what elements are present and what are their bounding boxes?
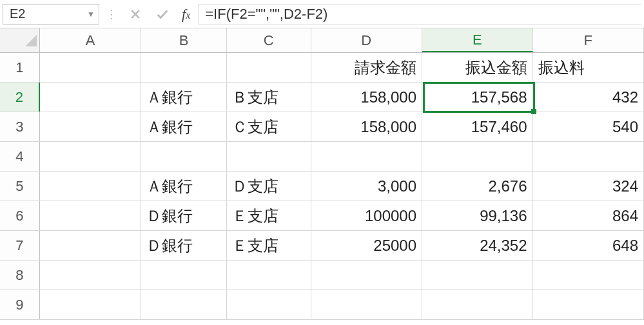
cell-b6[interactable]: Ｄ銀行: [141, 201, 227, 230]
cell-f9[interactable]: [533, 290, 644, 319]
cell-a9[interactable]: [40, 290, 142, 319]
row-7: 7 Ｄ銀行 Ｅ支店 25000 24,352 648: [0, 231, 644, 261]
col-header-a[interactable]: A: [40, 28, 142, 52]
cell-b8[interactable]: [141, 261, 227, 290]
row-header-1[interactable]: 1: [0, 53, 40, 82]
fx-icon[interactable]: fx: [178, 6, 194, 23]
row-9: 9: [0, 290, 644, 320]
cell-e4[interactable]: [422, 142, 532, 171]
formula-input[interactable]: =IF(F2="","",D2-F2): [198, 4, 641, 25]
cell-e9[interactable]: [422, 290, 532, 319]
cell-b9[interactable]: [141, 290, 227, 319]
row-1: 1 請求金額 振込金額 振込料: [0, 53, 644, 83]
cell-e5[interactable]: 2,676: [422, 172, 532, 201]
cell-d6[interactable]: 100000: [311, 201, 422, 230]
cell-f5[interactable]: 324: [533, 172, 644, 201]
cell-d2[interactable]: 158,000: [311, 83, 422, 112]
row-header-3[interactable]: 3: [0, 112, 40, 141]
separator-icon: ⋮: [103, 7, 120, 21]
name-box-value: E2: [10, 6, 25, 21]
cell-a6[interactable]: [40, 201, 142, 230]
cell-d7[interactable]: 25000: [311, 231, 422, 260]
cell-a5[interactable]: [40, 172, 142, 201]
cell-b1[interactable]: [141, 53, 227, 82]
cell-e6[interactable]: 99,136: [422, 201, 532, 230]
cell-d4[interactable]: [311, 142, 422, 171]
row-header-8[interactable]: 8: [0, 261, 40, 290]
svg-marker-0: [25, 35, 37, 46]
cell-f8[interactable]: [533, 261, 644, 290]
cell-f7[interactable]: 648: [533, 231, 644, 260]
row-2: 2 Ａ銀行 Ｂ支店 158,000 157,568 432: [0, 83, 644, 112]
check-icon: [155, 7, 170, 21]
row-5: 5 Ａ銀行 Ｄ支店 3,000 2,676 324: [0, 172, 644, 201]
col-header-b[interactable]: B: [141, 28, 227, 52]
cell-a4[interactable]: [40, 142, 142, 171]
dropdown-icon[interactable]: ▼: [87, 10, 95, 19]
formula-bar: E2 ▼ ⋮ fx =IF(F2="","",D2-F2): [0, 0, 644, 28]
col-header-c[interactable]: C: [227, 28, 311, 52]
cell-a3[interactable]: [40, 112, 142, 141]
x-icon: [129, 8, 142, 21]
cell-c2[interactable]: Ｂ支店: [227, 83, 311, 112]
row-3: 3 Ａ銀行 Ｃ支店 158,000 157,460 540: [0, 112, 644, 142]
cell-a7[interactable]: [40, 231, 142, 260]
cancel-button: [124, 4, 147, 25]
spreadsheet: A B C D E F 1 請求金額 振込金額 振込料 2 Ａ銀行 Ｂ支店 15…: [0, 28, 644, 320]
cell-c5[interactable]: Ｄ支店: [227, 172, 311, 201]
select-all-icon: [25, 35, 37, 46]
cell-b2[interactable]: Ａ銀行: [141, 83, 227, 112]
cell-f2[interactable]: 432: [533, 83, 644, 112]
cell-a1[interactable]: [40, 53, 142, 82]
cell-b4[interactable]: [141, 142, 227, 171]
row-header-5[interactable]: 5: [0, 172, 40, 201]
cell-f4[interactable]: [533, 142, 644, 171]
enter-button: [151, 4, 174, 25]
cell-f3[interactable]: 540: [533, 112, 644, 141]
cell-a2[interactable]: [40, 83, 142, 112]
cell-d8[interactable]: [311, 261, 422, 290]
cell-f1[interactable]: 振込料: [533, 53, 644, 82]
row-4: 4: [0, 142, 644, 172]
cell-e8[interactable]: [422, 261, 532, 290]
cell-d5[interactable]: 3,000: [311, 172, 422, 201]
cell-e1[interactable]: 振込金額: [422, 53, 532, 82]
row-header-4[interactable]: 4: [0, 142, 40, 171]
cell-f6[interactable]: 864: [533, 201, 644, 230]
row-header-7[interactable]: 7: [0, 231, 40, 260]
col-header-d[interactable]: D: [311, 28, 422, 52]
cell-c6[interactable]: Ｅ支店: [227, 201, 311, 230]
cell-e7[interactable]: 24,352: [422, 231, 532, 260]
cell-e2[interactable]: 157,568: [422, 83, 532, 112]
cell-c3[interactable]: Ｃ支店: [227, 112, 311, 141]
row-header-9[interactable]: 9: [0, 290, 40, 319]
cell-d3[interactable]: 158,000: [311, 112, 422, 141]
col-header-f[interactable]: F: [533, 28, 644, 52]
row-header-2[interactable]: 2: [0, 83, 40, 112]
column-headers: A B C D E F: [0, 28, 644, 53]
cell-c9[interactable]: [227, 290, 311, 319]
cell-b5[interactable]: Ａ銀行: [141, 172, 227, 201]
row-6: 6 Ｄ銀行 Ｅ支店 100000 99,136 864: [0, 201, 644, 231]
cell-e3[interactable]: 157,460: [422, 112, 532, 141]
col-header-e[interactable]: E: [422, 28, 532, 52]
select-all-corner[interactable]: [0, 28, 40, 52]
name-box[interactable]: E2 ▼: [3, 4, 99, 25]
row-header-6[interactable]: 6: [0, 201, 40, 230]
cell-b7[interactable]: Ｄ銀行: [141, 231, 227, 260]
cell-c7[interactable]: Ｅ支店: [227, 231, 311, 260]
cell-d9[interactable]: [311, 290, 422, 319]
row-8: 8: [0, 261, 644, 290]
cell-b3[interactable]: Ａ銀行: [141, 112, 227, 141]
cell-d1[interactable]: 請求金額: [311, 53, 422, 82]
cell-c1[interactable]: [227, 53, 311, 82]
cell-c8[interactable]: [227, 261, 311, 290]
cell-c4[interactable]: [227, 142, 311, 171]
cell-a8[interactable]: [40, 261, 142, 290]
